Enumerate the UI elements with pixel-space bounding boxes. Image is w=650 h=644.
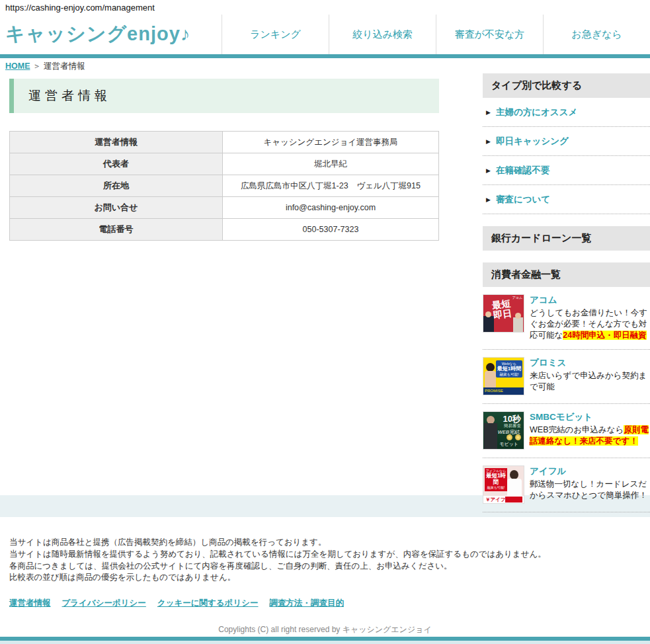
table-row: 電話番号 050-5307-7323: [10, 219, 439, 241]
row-value-operator: キャッシングエンジョイ運営事務局: [223, 132, 439, 153]
acom-man-figure: [483, 316, 494, 332]
row-label-contact: お問い合せ: [10, 197, 223, 219]
arrow-right-icon: ▶: [486, 167, 491, 174]
row-label-address: 所在地: [10, 175, 223, 197]
mobit-thumb-brand: モビット: [499, 441, 518, 448]
aiful-thumb-text: アイフルなら 最短1時間 融資も可能!: [485, 468, 507, 491]
sidebar-item-about-screening[interactable]: ▶ 審査について: [483, 185, 650, 214]
disclaimer-line: 当サイトは商品各社と提携（広告掲載契約を締結）し商品の掲載を行っております。: [9, 537, 641, 549]
sidebar-header-consumer-finance: 消費者金融一覧: [483, 262, 650, 287]
footer-links: 運営者情報 プライバシーポリシー クッキーに関するポリシー 調査方法・調査目的: [9, 598, 641, 609]
promise-thumb-text: Webなら 最短1時間 融資も可能!: [496, 360, 522, 378]
row-value-representative: 堀北早紀: [223, 153, 439, 175]
nav-item-worried-screening[interactable]: 審査が不安な方: [436, 15, 543, 54]
disclaimer-line: 各商品につきましては、提供会社の公式サイトにて内容を再度確認し、ご自身の判断、責…: [9, 561, 641, 573]
aiful-ad-thumbnail[interactable]: アイフルなら 最短1時間 融資も可能! ￥アイフル: [483, 465, 524, 504]
promise-woman-figure: [485, 371, 496, 389]
promise-ad-thumbnail[interactable]: Webなら 最短1時間 融資も可能! PROMISE: [483, 357, 524, 395]
acom-man-head: [485, 311, 491, 317]
mobit-coin-icon: [507, 434, 512, 440]
sidebar-item-same-day[interactable]: ▶ 即日キャッシング: [483, 127, 650, 156]
footer-link-survey-method[interactable]: 調査方法・調査目的: [269, 598, 344, 609]
row-value-contact: info@cashing-enjoy.com: [223, 197, 439, 219]
site-header: キャッシングenjoy♪ ランキング 絞り込み検索 審査が不安な方 お急ぎなら: [0, 15, 650, 58]
acom-woman-figure: [513, 317, 523, 332]
table-row: お問い合せ info@cashing-enjoy.com: [10, 197, 439, 219]
page-title: 運営者情報: [9, 79, 439, 113]
aiful-description: 郵送物一切なし！カードレスだからスマホひとつで簡単操作！: [530, 479, 650, 501]
footer: 当サイトは商品各社と提携（広告掲載契約を締結）し商品の掲載を行っております。 当…: [0, 517, 650, 635]
promise-link[interactable]: プロミス: [530, 357, 650, 369]
mobit-link[interactable]: SMBCモビット: [530, 411, 650, 423]
ad-smbc-mobit: 10秒 簡易審査 WEB完結, モビット SMBCモビット WEB完結のお申込み…: [483, 404, 650, 458]
aiful-thumb-badge: [505, 497, 522, 503]
sidebar-item-label: 在籍確認不要: [496, 165, 549, 177]
row-label-phone: 電話番号: [10, 219, 223, 241]
mobit-coin-icon: [515, 434, 521, 440]
row-label-operator: 運営者情報: [10, 132, 223, 153]
row-value-address: 広島県広島市中区八丁堀1-23 ヴェル八丁堀915: [223, 175, 439, 197]
content-area: 運営者情報 運営者情報 キャッシングエンジョイ運営事務局 代表者 堀北早紀 所在…: [0, 71, 650, 495]
main-nav: ランキング 絞り込み検索 審査が不安な方 お急ぎなら: [222, 15, 650, 54]
sidebar-item-label: 主婦の方にオススメ: [496, 106, 577, 118]
breadcrumb: HOME＞運営者情報: [0, 58, 650, 71]
sidebar-item-label: 即日キャッシング: [496, 136, 569, 147]
aiful-woman-figure: [507, 479, 522, 497]
breadcrumb-current: 運営者情報: [44, 61, 85, 71]
aiful-woman-head: [510, 470, 518, 479]
nav-item-filter-search[interactable]: 絞り込み検索: [329, 15, 436, 54]
acom-thumb-brand: アコム: [512, 296, 522, 300]
acom-woman-head: [515, 313, 521, 319]
sidebar-header-compare-by-type: タイプ別で比較する: [483, 73, 650, 98]
disclaimer-line: 当サイトは随時最新情報を提供するよう努めており、記載されている情報には万全を期し…: [9, 549, 641, 561]
aiful-link[interactable]: アイフル: [530, 465, 650, 477]
acom-description: どうしてもお金借りたい！今すぐお金が必要！そんな方でも対応可能な24時間申込・即…: [530, 307, 650, 341]
arrow-right-icon: ▶: [486, 138, 491, 145]
sidebar: タイプ別で比較する ▶ 主婦の方にオススメ ▶ 即日キャッシング ▶ 在籍確認不…: [483, 73, 650, 512]
sidebar-header-bank-card-loans: 銀行カードローン一覧: [483, 226, 650, 251]
bottom-pale-bar: [0, 641, 650, 644]
mobit-man-figure: [484, 423, 497, 450]
ad-promise: Webなら 最短1時間 融資も可能! PROMISE プロミス 来店いらずで申込…: [483, 350, 650, 404]
footer-link-privacy-policy[interactable]: プライバシーポリシー: [62, 598, 146, 609]
nav-item-ranking[interactable]: ランキング: [222, 15, 329, 54]
arrow-right-icon: ▶: [486, 196, 491, 203]
mobit-description: WEB完結のお申込みなら原則電話連絡なし！来店不要です！: [530, 424, 650, 447]
row-value-phone: 050-5307-7323: [223, 219, 439, 241]
acom-thumb-text: 最短即日: [491, 298, 512, 320]
breadcrumb-separator: ＞: [33, 61, 42, 71]
promise-woman-head: [486, 363, 495, 372]
sidebar-item-no-employment-check[interactable]: ▶ 在籍確認不要: [483, 156, 650, 185]
sidebar-item-label: 審査について: [496, 194, 550, 206]
copyright-text: Copylights (C) all right reserved by キャッ…: [9, 624, 641, 635]
ad-acom: 最短即日 アコム アコム どうしてもお金借りたい！今すぐお金が必要！そんな方でも…: [483, 287, 650, 350]
table-row: 所在地 広島県広島市中区八丁堀1-23 ヴェル八丁堀915: [10, 175, 439, 197]
acom-highlight: 24時間申込・即日融資: [563, 331, 646, 340]
promise-thumb-brand: PROMISE: [483, 387, 524, 395]
acom-ad-thumbnail[interactable]: 最短即日 アコム: [483, 294, 524, 333]
main-column: 運営者情報 運営者情報 キャッシングエンジョイ運営事務局 代表者 堀北早紀 所在…: [9, 79, 439, 241]
table-row: 代表者 堀北早紀: [10, 153, 439, 175]
sidebar-item-housewife[interactable]: ▶ 主婦の方にオススメ: [483, 98, 650, 127]
arrow-right-icon: ▶: [486, 109, 491, 116]
breadcrumb-home-link[interactable]: HOME: [5, 61, 30, 71]
mobit-ad-thumbnail[interactable]: 10秒 簡易審査 WEB完結, モビット: [483, 411, 524, 450]
disclaimer-line: 比較表の並び順は商品の優劣を示したものではありません。: [9, 572, 641, 584]
url-text: https://cashing-enjoy.com/management: [0, 0, 650, 15]
site-logo[interactable]: キャッシングenjoy♪: [0, 15, 222, 54]
row-label-representative: 代表者: [10, 153, 223, 175]
promise-description: 来店いらずで申込みから契約まで可能: [530, 370, 650, 393]
operator-info-table: 運営者情報 キャッシングエンジョイ運営事務局 代表者 堀北早紀 所在地 広島県広…: [9, 131, 439, 241]
ad-aiful: アイフルなら 最短1時間 融資も可能! ￥アイフル アイフル 郵送物一切なし！カ…: [483, 458, 650, 512]
footer-link-cookie-policy[interactable]: クッキーに関するポリシー: [157, 598, 259, 609]
nav-item-in-a-hurry[interactable]: お急ぎなら: [543, 15, 650, 54]
mobit-thumb-line2: 簡易審査: [504, 423, 521, 429]
footer-link-operator-info[interactable]: 運営者情報: [9, 598, 51, 609]
table-row: 運営者情報 キャッシングエンジョイ運営事務局: [10, 132, 439, 153]
acom-link[interactable]: アコム: [530, 294, 650, 306]
